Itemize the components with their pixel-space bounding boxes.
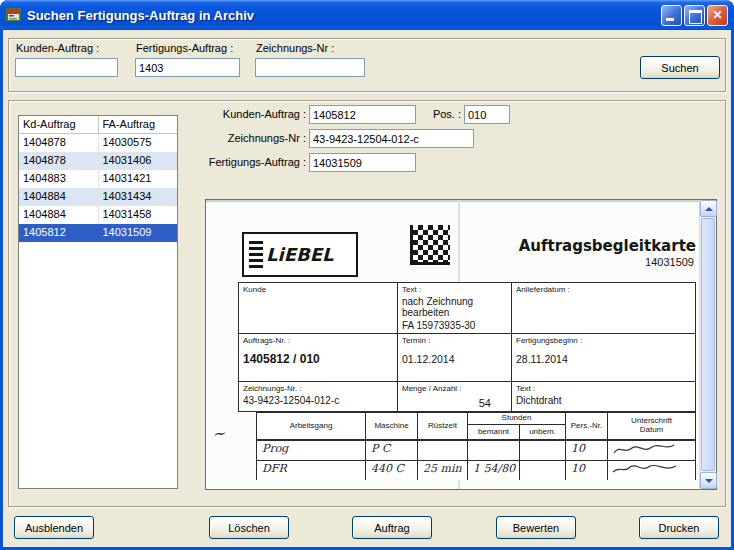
zeichnungs-nr-cell: Zeichnungs-Nr. : 43-9423-12504-012-c: [239, 382, 397, 411]
fertigungsbeginn-value: 28.11.2014: [516, 353, 691, 365]
result-cell-kd: 1404884: [19, 206, 99, 224]
scroll-down-button[interactable]: [700, 472, 717, 489]
work-unbem: [519, 441, 565, 460]
arrow-down-icon: [705, 479, 713, 487]
result-cell-fa: 14031434: [99, 188, 178, 206]
work-ruestzeit: 25 min: [417, 461, 467, 480]
detail-fertigungs-auftrag-input[interactable]: [309, 153, 416, 172]
scanned-document: ~ LiEBEL Auftragsbegleitkarte 14031509: [206, 200, 699, 489]
text2-value: Dichtdraht: [516, 395, 691, 406]
result-row[interactable]: 1404883 14031421: [19, 170, 177, 188]
text-cell: Text : nach Zeichnung bearbeiten FA 1597…: [397, 283, 511, 333]
work-col-unbem: unbem.: [519, 425, 565, 439]
result-row[interactable]: 1404884 14031434: [19, 188, 177, 206]
zeichnungs-nr-label: Zeichnungs-Nr. :: [243, 384, 393, 393]
work-row: Prog P C 10: [257, 440, 695, 460]
work-maschine: 440 C: [365, 461, 417, 480]
maximize-button[interactable]: [684, 5, 705, 26]
auftragsbegleitkarte: LiEBEL Auftragsbegleitkarte 14031509 Kun…: [238, 220, 696, 480]
work-bemannt: [467, 441, 519, 460]
work-col-stunden: Stunden: [467, 413, 565, 425]
logo-text: LiEBEL: [266, 244, 333, 265]
search-fertigungs-auftrag-input[interactable]: [135, 58, 240, 77]
result-cell-kd: 1404884: [19, 188, 99, 206]
search-zeichnungs-nr-input[interactable]: [255, 58, 365, 77]
scroll-up-button[interactable]: [700, 200, 717, 217]
results-grid[interactable]: Kd-Auftrag FA-Auftrag 1404878 14030575 1…: [18, 115, 178, 489]
detail-fertigungs-auftrag-label: Fertigungs-Auftrag :: [188, 156, 306, 168]
detail-kunden-auftrag-input[interactable]: [309, 105, 416, 124]
detail-pos-input[interactable]: [464, 105, 510, 124]
document-preview[interactable]: ~ LiEBEL Auftragsbegleitkarte 14031509: [205, 199, 717, 490]
result-row[interactable]: 1404878 14030575: [19, 134, 177, 152]
text2-label: Text :: [516, 384, 691, 393]
zeichnungs-nr-value: 43-9423-12504-012-c: [243, 395, 393, 406]
result-row[interactable]: 1404878 14031406: [19, 152, 177, 170]
work-arbeitsgang: DFR: [257, 461, 365, 480]
bewerten-button[interactable]: Bewerten: [496, 516, 576, 539]
work-row: DFR 440 C 25 min 1 54/80 10: [257, 460, 695, 480]
result-cell-fa: 14031509: [99, 224, 178, 242]
scroll-thumb[interactable]: [701, 218, 715, 471]
document-number: 14031509: [645, 256, 694, 268]
work-arbeitsgang: Prog: [257, 441, 365, 460]
work-col-unterschrift: Unterschrift Datum: [607, 413, 695, 439]
result-cell-fa: 14031406: [99, 152, 178, 170]
signature-scribble-icon: [610, 461, 680, 478]
ausblenden-button[interactable]: Ausblenden: [14, 516, 94, 539]
termin-cell: Termin : 01.12.2014: [397, 334, 511, 381]
titlebar[interactable]: Suchen Fertigungs-Auftrag in Archiv ✕: [0, 0, 734, 30]
kunde-label: Kunde: [243, 285, 393, 294]
result-cell-fa: 14031458: [99, 206, 178, 224]
result-row-selected[interactable]: 1405812 14031509: [19, 224, 177, 242]
work-col-bemannt: bemannt: [467, 425, 519, 439]
column-header-fa-auftrag[interactable]: FA-Auftrag: [99, 116, 178, 133]
menge-label: Menge / Anzahl :: [402, 384, 507, 393]
work-col-arbeitsgang: Arbeitsgang: [257, 413, 365, 439]
minimize-button[interactable]: [661, 5, 682, 26]
work-col-unterschrift-line2: Datum: [640, 426, 664, 435]
datamatrix-barcode-icon: [410, 225, 450, 265]
anlieferdatum-cell: Anlieferdatum :: [511, 283, 695, 333]
logo-stripes-icon: [249, 241, 263, 269]
auftrag-button[interactable]: Auftrag: [352, 516, 432, 539]
fertigungsbeginn-label: Fertigungsbeginn :: [516, 336, 691, 345]
search-zeichnungs-nr-label: Zeichnungs-Nr :: [256, 42, 334, 54]
loeschen-button[interactable]: Löschen: [209, 516, 289, 539]
menge-cell: Menge / Anzahl : 54: [397, 382, 511, 411]
result-cell-kd: 1404878: [19, 152, 99, 170]
detail-pos-label: Pos. :: [417, 108, 461, 120]
work-table-header: Arbeitsgang Maschine Rüstzeit Stunden be…: [257, 413, 695, 440]
work-ruestzeit: [417, 441, 467, 460]
result-cell-fa: 14031421: [99, 170, 178, 188]
kunde-cell: Kunde: [239, 283, 397, 333]
work-col-maschine: Maschine: [365, 413, 417, 439]
result-row[interactable]: 1404884 14031458: [19, 206, 177, 224]
handwritten-margin-mark: ~: [211, 423, 227, 444]
detail-zeichnungs-nr-input[interactable]: [309, 129, 474, 148]
anlieferdatum-label: Anlieferdatum :: [516, 285, 691, 294]
close-button[interactable]: ✕: [707, 5, 728, 26]
work-bemannt: 1 54/80: [467, 461, 519, 480]
suchen-button[interactable]: Suchen: [640, 56, 720, 79]
work-col-ruestzeit: Rüstzeit: [417, 413, 467, 439]
drucken-button[interactable]: Drucken: [639, 516, 719, 539]
result-cell-kd: 1404883: [19, 170, 99, 188]
text-label: Text :: [402, 285, 507, 294]
column-header-kd-auftrag[interactable]: Kd-Auftrag: [19, 116, 99, 133]
preview-scrollbar[interactable]: [699, 200, 716, 489]
result-cell-kd: 1404878: [19, 134, 99, 152]
signature-scribble-icon: [610, 441, 680, 458]
work-steps-table: Arbeitsgang Maschine Rüstzeit Stunden be…: [256, 412, 696, 480]
work-maschine: P C: [365, 441, 417, 460]
document-title: Auftragsbegleitkarte: [519, 237, 696, 255]
work-pers-nr: 10: [565, 441, 607, 460]
work-unterschrift: [607, 461, 695, 480]
window-title: Suchen Fertigungs-Auftrag in Archiv: [27, 8, 661, 23]
work-unterschrift: [607, 441, 695, 460]
liebel-logo: LiEBEL: [242, 232, 358, 277]
text-value-line1: nach Zeichnung bearbeiten: [402, 296, 507, 318]
auftrags-nr-cell: Auftrags-Nr. : 1405812 / 010: [239, 334, 397, 381]
search-kunden-auftrag-input[interactable]: [15, 58, 118, 77]
dialog-content: Kunden-Auftrag : Fertigungs-Auftrag : Ze…: [3, 30, 731, 547]
